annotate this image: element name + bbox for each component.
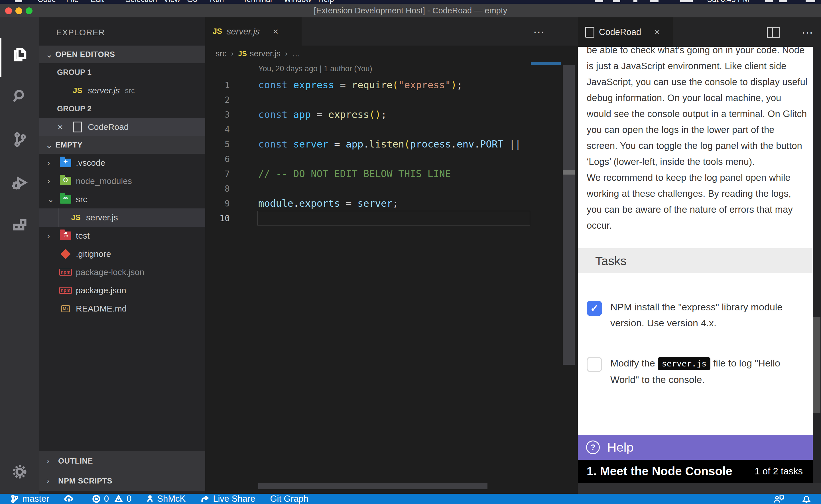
menu-item-terminal[interactable]: Terminal	[243, 0, 272, 4]
item-label: server.js	[86, 213, 118, 222]
live-share-button[interactable]: Live Share	[200, 494, 255, 504]
tree-item-readme-md[interactable]: M↓README.md	[39, 300, 205, 318]
tree-item-test[interactable]: ›⚗test	[39, 227, 205, 245]
lesson-text-line: occur.	[587, 218, 813, 233]
lesson-text-line: JavaScript, you can use the console to d…	[587, 74, 813, 90]
menu-item-run[interactable]: Run	[210, 0, 224, 4]
js-file-icon: JS	[238, 50, 247, 58]
tree-item-src[interactable]: ⌄</>src	[39, 190, 205, 208]
problems-indicator[interactable]: 0 0	[92, 494, 132, 504]
section-npm-scripts[interactable]: ›NPM SCRIPTS	[39, 471, 205, 491]
window-title: [Extension Development Host] - CodeRoad …	[0, 4, 821, 17]
menu-item-selection[interactable]: Selection	[125, 0, 157, 4]
menu-item-window[interactable]: Window	[284, 0, 311, 4]
section-outline[interactable]: ›OUTLINE	[39, 451, 205, 471]
activity-source-control-icon[interactable]	[0, 122, 39, 157]
account-indicator[interactable]: ShMcK	[146, 494, 185, 504]
line-number: 9	[205, 198, 230, 208]
window-title-bar[interactable]: [Extension Development Host] - CodeRoad …	[0, 4, 821, 18]
lesson-title: 1. Meet the Node Console	[587, 464, 732, 478]
close-tab-icon[interactable]: ×	[273, 26, 279, 37]
cloud-upload-icon	[64, 495, 74, 503]
activity-settings-gear-icon[interactable]	[0, 455, 39, 489]
menu-item-view[interactable]: View	[163, 0, 180, 4]
open-editor-item-coderoad[interactable]: ×CodeRoad	[39, 118, 205, 136]
item-detail: src	[125, 86, 135, 95]
activity-extensions-icon[interactable]	[0, 209, 39, 243]
menu-item-help[interactable]: Help	[318, 0, 334, 4]
codelens-annotation[interactable]: You, 20 days ago | 1 author (You)	[258, 64, 372, 73]
section-empty[interactable]: ⌄EMPTY	[39, 136, 205, 154]
code-editor[interactable]: You, 20 days ago | 1 author (You) 1const…	[205, 62, 578, 494]
code-line-8[interactable]: 8	[205, 181, 578, 196]
task-checkbox[interactable]	[587, 357, 602, 372]
chevron-icon: ›	[47, 231, 57, 240]
activity-bar	[0, 17, 39, 494]
help-button[interactable]: ? Help	[578, 435, 813, 460]
activity-files-icon[interactable]	[0, 38, 39, 72]
tree-item-package-json[interactable]: npmpackage.json	[39, 281, 205, 300]
editor-horizontal-scrollbar[interactable]	[258, 483, 487, 489]
tree-item--gitignore[interactable]: .gitignore	[39, 245, 205, 263]
tree-item--vscode[interactable]: ›✦.vscode	[39, 154, 205, 172]
activity-search-icon[interactable]	[0, 79, 39, 113]
split-editor-icon[interactable]	[767, 27, 780, 38]
tab-coderoad[interactable]: CodeRoad ×	[578, 17, 673, 47]
notifications-button[interactable]	[802, 494, 811, 504]
code-line-9[interactable]: 9module.exports = server;	[205, 196, 578, 211]
code-line-7[interactable]: 7// -- DO NOT EDIT BELOW THIS LINE	[205, 166, 578, 181]
git-graph-button[interactable]: Git Graph	[270, 494, 308, 504]
code-line-10[interactable]: 10	[205, 211, 578, 226]
menu-item-code[interactable]: Code	[38, 0, 56, 4]
webview-scrollbar[interactable]	[813, 47, 821, 483]
task-text: NPM install the "express" library module…	[610, 299, 783, 331]
status-bar: master 0 0 ShMcK Live Share Git Graph	[0, 494, 821, 504]
code-line-4[interactable]: 4	[205, 122, 578, 137]
menu-item-go[interactable]: Go	[187, 0, 197, 4]
lesson-text-line: debug information. On your local machine…	[587, 90, 813, 106]
npm-icon: npm	[59, 285, 72, 296]
macos-menu-bar[interactable]: CodeFileEditSelectionViewGoRunTerminalWi…	[0, 0, 821, 4]
tab-server-js[interactable]: JS server.js ×	[205, 17, 302, 46]
git-branch-icon	[10, 494, 19, 503]
tree-item-package-lock-json[interactable]: npmpackage-lock.json	[39, 263, 205, 281]
task-checkbox[interactable]: ✓	[587, 301, 602, 316]
close-tab-icon[interactable]: ×	[654, 26, 660, 38]
tree-item-node_modules[interactable]: ›⬡node_modules	[39, 172, 205, 190]
item-label: .vscode	[76, 158, 105, 168]
coderoad-more-actions-icon[interactable]: ⋯	[802, 26, 815, 39]
lesson-footer[interactable]: 1. Meet the Node Console 1 of 2 tasks	[578, 460, 813, 483]
code-line-3[interactable]: 3const app = express();	[205, 107, 578, 122]
code-line-5[interactable]: 5const server = app.listen(process.env.P…	[205, 137, 578, 151]
code-line-6[interactable]: 6	[205, 151, 578, 166]
webview-bottom-strip	[578, 483, 821, 494]
menu-item-file[interactable]: File	[66, 0, 79, 4]
minimap[interactable]	[531, 62, 561, 65]
close-icon[interactable]: ×	[58, 122, 63, 132]
code-line-2[interactable]: 2	[205, 92, 578, 107]
git-branch-indicator[interactable]: master	[10, 494, 49, 504]
sync-button[interactable]	[64, 495, 77, 503]
tree-item-server-js[interactable]: JSserver.js	[39, 208, 205, 227]
activity-run-debug-icon[interactable]	[0, 165, 39, 200]
menu-item-edit[interactable]: Edit	[91, 0, 104, 4]
feedback-button[interactable]	[773, 494, 785, 504]
open-editor-item-server-js[interactable]: JSserver.jssrc	[39, 81, 205, 100]
file-icon	[71, 122, 84, 132]
menu-extra-icon	[806, 0, 815, 2]
chevron-right-icon: ›	[47, 456, 58, 466]
live-share-icon	[200, 494, 210, 503]
breadcrumb-item[interactable]: src	[216, 49, 227, 58]
editor-vertical-scrollbar[interactable]	[563, 65, 575, 365]
breadcrumb-separator: ›	[231, 49, 234, 58]
code-line-1[interactable]: 1const express = require("express");	[205, 77, 578, 92]
breadcrumb-item[interactable]: server.js	[250, 49, 281, 58]
breadcrumb[interactable]: src›JSserver.js›…	[216, 46, 301, 62]
section-open-editors[interactable]: ⌄OPEN EDITORS	[39, 46, 205, 63]
vscode-folder-icon: ✦	[59, 157, 72, 168]
lesson-text-line: We recommend to keep the log panel open …	[587, 170, 813, 186]
chevron-icon: ›	[47, 177, 57, 186]
breadcrumb-separator: ›	[285, 49, 288, 58]
editor-more-actions-icon[interactable]: ⋯	[533, 25, 546, 38]
breadcrumb-item[interactable]: …	[292, 49, 301, 58]
